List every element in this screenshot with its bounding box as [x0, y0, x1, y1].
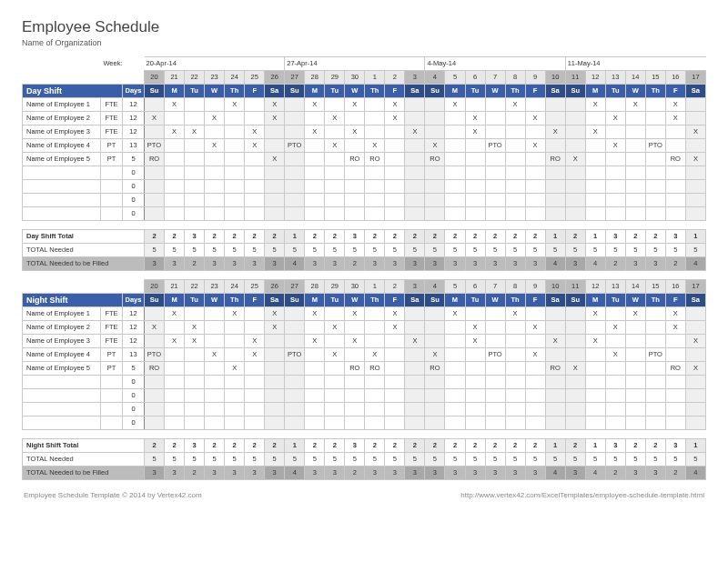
shift-cell: X [425, 139, 445, 153]
total-cell: 3 [665, 439, 685, 453]
daynum-cell: 3 [405, 280, 425, 294]
dayname-cell: Sa [545, 294, 565, 307]
dayname-cell: W [485, 294, 505, 307]
shift-cell [645, 362, 665, 376]
daynum-cell: 30 [345, 71, 365, 85]
total-cell: 3 [645, 467, 665, 480]
shift-cell [605, 153, 625, 166]
shift-cell [265, 348, 285, 362]
dayname-cell: M [165, 85, 185, 98]
daynum-cell: 16 [665, 71, 685, 85]
dayname-cell: Sa [685, 294, 705, 307]
shift-cell: X [405, 335, 425, 348]
total-cell: 5 [605, 453, 625, 467]
shift-cell [685, 321, 705, 335]
employee-days: 12 [123, 112, 145, 125]
daynum-cell: 8 [505, 280, 525, 294]
total-cell: 2 [625, 230, 645, 244]
total-cell: 2 [205, 439, 225, 453]
dayname-cell: Tu [185, 85, 205, 98]
shift-cell: X [545, 125, 565, 139]
total-cell: 2 [165, 230, 185, 244]
shift-cell: X [365, 348, 385, 362]
shift-cell [285, 153, 305, 166]
shift-cell [505, 348, 525, 362]
shift-cell [325, 335, 345, 348]
daynum-cell: 6 [465, 71, 485, 85]
dayname-cell: Tu [325, 294, 345, 307]
shift-cell [445, 125, 465, 139]
shift-cell [565, 112, 585, 125]
shift-cell: X [685, 153, 705, 166]
daynum-cell: 28 [305, 71, 325, 85]
shift-cell [545, 139, 565, 153]
employee-name: Name of Employee 1 [23, 98, 101, 112]
total-cell: 2 [145, 439, 165, 453]
shift-cell [625, 335, 645, 348]
daynum-cell: 1 [365, 71, 385, 85]
dayname-cell: F [665, 294, 685, 307]
shift-cell [485, 307, 505, 321]
daynum-cell: 21 [165, 280, 185, 294]
dayname-cell: W [205, 294, 225, 307]
dayname-cell: Sa [545, 85, 565, 98]
dayname-cell: M [165, 294, 185, 307]
total-cell: 1 [545, 230, 565, 244]
shift-cell: PTO [285, 348, 305, 362]
shift-cell: X [685, 335, 705, 348]
total-cell: 3 [385, 257, 405, 271]
daynum-cell: 16 [665, 280, 685, 294]
shift-cell [325, 307, 345, 321]
daynum-cell: 27 [285, 71, 305, 85]
shift-cell: X [665, 321, 685, 335]
shift-cell: X [465, 112, 485, 125]
total-cell: 3 [245, 467, 265, 480]
dayname-cell: W [625, 294, 645, 307]
total-cell: 1 [685, 230, 705, 244]
shift-cell [385, 348, 405, 362]
shift-cell [405, 139, 425, 153]
total-cell: 3 [345, 230, 365, 244]
total-cell: 2 [185, 467, 205, 480]
shift-cell [185, 139, 205, 153]
shift-cell [565, 139, 585, 153]
shift-cell [205, 153, 225, 166]
footer-left: Employee Schedule Template © 2014 by Ver… [24, 491, 202, 499]
shift-name: Night Shift [23, 294, 123, 307]
week-start-0: 20-Apr-14 [145, 57, 285, 71]
daynum-cell: 6 [465, 280, 485, 294]
total-cell: 3 [225, 257, 245, 271]
shift-cell [265, 125, 285, 139]
shift-cell: RO [145, 362, 165, 376]
dayname-cell: Sa [265, 294, 285, 307]
total-cell: 2 [505, 439, 525, 453]
footer-right: http://www.vertex42.com/ExcelTemplates/e… [460, 491, 704, 499]
shift-cell [485, 125, 505, 139]
shift-cell: X [385, 321, 405, 335]
shift-cell: X [385, 307, 405, 321]
shift-cell [425, 335, 445, 348]
total-cell: 2 [665, 257, 685, 271]
total-cell: 5 [165, 453, 185, 467]
shift-cell: X [565, 362, 585, 376]
employee-type: FTE [101, 98, 123, 112]
shift-cell [165, 348, 185, 362]
daynum-cell: 14 [625, 71, 645, 85]
shift-cell [205, 335, 225, 348]
shift-cell: X [345, 98, 365, 112]
shift-cell [365, 321, 385, 335]
total-cell: 3 [265, 257, 285, 271]
daynum-cell: 3 [405, 71, 425, 85]
total-cell: 5 [145, 453, 165, 467]
shift-cell [405, 307, 425, 321]
shift-cell: X [165, 98, 185, 112]
total-cell: 5 [505, 244, 525, 257]
total-cell: 2 [225, 230, 245, 244]
shift-cell [645, 307, 665, 321]
dayname-cell: Th [365, 294, 385, 307]
shift-cell: X [305, 335, 325, 348]
shift-cell [385, 362, 405, 376]
page-title: Employee Schedule [22, 18, 706, 36]
shift-cell [665, 335, 685, 348]
total-cell: 5 [205, 244, 225, 257]
